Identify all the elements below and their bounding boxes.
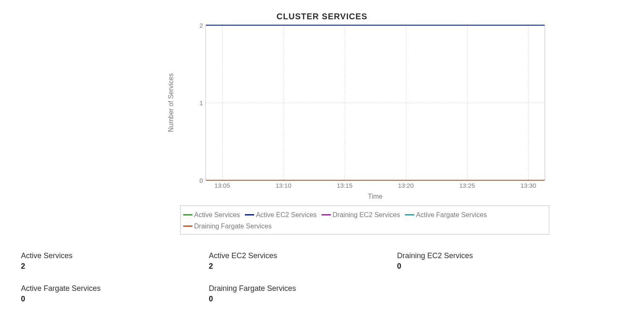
grid-line	[283, 26, 284, 180]
stat-label: Active Services	[21, 251, 73, 260]
legend-swatch	[183, 225, 192, 227]
legend-item: Active Services	[183, 209, 240, 220]
x-tick: 13:15	[337, 182, 353, 189]
stat-label: Draining Fargate Services	[209, 284, 296, 293]
grid-line	[345, 26, 345, 180]
legend-swatch	[183, 214, 192, 215]
legend-swatch	[405, 214, 414, 215]
x-tick: 13:25	[459, 182, 475, 189]
grid-line	[406, 26, 406, 180]
stat-label: Active Fargate Services	[21, 284, 101, 293]
legend-label: Draining EC2 Services	[332, 211, 400, 218]
stat-block: Active Services2	[21, 251, 73, 271]
y-tick: 1	[200, 99, 203, 106]
x-axis-label: Time	[205, 193, 545, 200]
legend-swatch	[245, 214, 254, 215]
grid-line	[222, 26, 223, 180]
grid-line	[467, 26, 467, 180]
chart-area: Number of Services Time 012 13:0513:1013…	[180, 25, 549, 210]
series-line	[206, 25, 545, 26]
stat-value: 2	[209, 262, 277, 271]
stat-block: Active EC2 Services2	[209, 251, 277, 271]
chart-title: CLUSTER SERVICES	[0, 12, 644, 21]
stat-block: Draining Fargate Services0	[209, 284, 296, 303]
y-tick: 0	[200, 177, 203, 184]
x-tick: 13:30	[520, 182, 536, 189]
series-line	[206, 180, 545, 181]
legend-label: Active Fargate Services	[416, 211, 487, 218]
legend-item: Active Fargate Services	[405, 209, 487, 220]
stat-value: 0	[397, 262, 473, 271]
legend-item: Draining Fargate Services	[183, 220, 272, 232]
stat-label: Draining EC2 Services	[397, 251, 473, 260]
grid-line	[206, 103, 545, 103]
y-axis-label: Number of Services	[167, 73, 175, 132]
legend-item: Draining EC2 Services	[322, 209, 400, 220]
legend-label: Active Services	[194, 211, 240, 218]
page-root: CLUSTER SERVICES Number of Services Time…	[0, 0, 644, 311]
stat-block: Active Fargate Services0	[21, 284, 101, 303]
legend-label: Draining Fargate Services	[194, 223, 272, 230]
y-tick: 2	[200, 22, 203, 29]
legend-swatch	[322, 214, 331, 215]
stat-value: 0	[21, 295, 101, 303]
stat-block: Draining EC2 Services0	[397, 251, 473, 271]
stat-value: 0	[209, 295, 296, 303]
x-tick: 13:10	[275, 182, 291, 189]
grid-line	[528, 26, 529, 180]
stat-value: 2	[21, 262, 73, 271]
x-tick: 13:05	[214, 182, 230, 189]
chart-legend: Active ServicesActive EC2 ServicesDraini…	[180, 205, 549, 235]
legend-item: Active EC2 Services	[245, 209, 317, 220]
x-tick: 13:20	[398, 182, 414, 189]
stat-label: Active EC2 Services	[209, 251, 277, 260]
legend-label: Active EC2 Services	[256, 211, 317, 218]
